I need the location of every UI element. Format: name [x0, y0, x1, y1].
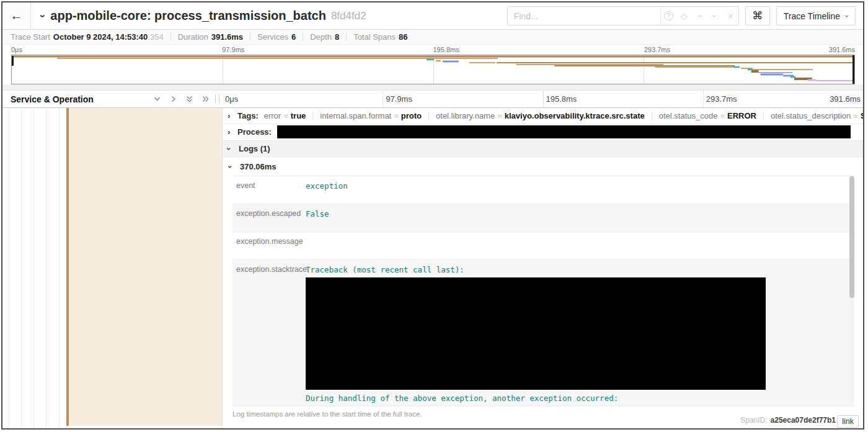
- summary-divider: [303, 33, 303, 41]
- log-field-key: event: [232, 179, 306, 201]
- log-field-key: exception.message: [232, 235, 306, 257]
- minimap-tick-labels: 0μs 97.9ms 195.8ms 293.7ms 391.6ms: [11, 45, 855, 55]
- ruler-cell: 293.7ms391.6ms: [703, 91, 863, 107]
- title-bar: ← › app-mobile-core: process_transmissio…: [2, 2, 863, 30]
- service-operation-label: Service & Operation: [11, 94, 94, 104]
- span-tag: otel.status_code=ERROR: [659, 111, 756, 120]
- log-field-key: exception.stacktrace: [232, 263, 306, 403]
- fields-scrollbar-thumb[interactable]: [849, 176, 854, 298]
- ruler-cell: 195.8ms: [543, 91, 703, 107]
- tag-equals: =: [394, 111, 399, 120]
- prev-match-icon[interactable]: ›: [692, 12, 707, 20]
- tag-equals: =: [283, 111, 288, 120]
- log-field-row: exception.escapedFalse: [232, 204, 854, 232]
- span-tag: error=true: [264, 111, 306, 120]
- minimap-tick: 293.7ms: [644, 46, 670, 53]
- next-match-icon[interactable]: ›: [707, 12, 723, 20]
- keyboard-shortcuts-button[interactable]: ⌘: [745, 6, 770, 25]
- tree-indent-guide: [9, 108, 9, 428]
- chevron-down-icon[interactable]: ›: [229, 162, 237, 171]
- chevron-right-icon[interactable]: [169, 95, 177, 103]
- redacted-process-content: [277, 125, 851, 138]
- summary-item-value: 86: [399, 32, 407, 42]
- find-box: ? ◇ › › ×: [507, 6, 739, 25]
- double-chevron-down-icon[interactable]: [185, 95, 193, 103]
- tree-indent-guide: [59, 108, 60, 428]
- log-field-value: [306, 235, 854, 257]
- tag-divider: [652, 112, 652, 120]
- find-controls: ? ◇ › › ×: [660, 7, 738, 25]
- tree-indent-guide: [33, 108, 34, 428]
- timeline-grid-header: Service & Operation 0μs97.9ms195.8ms293.…: [2, 91, 863, 108]
- span-name-column: [2, 108, 223, 428]
- summary-divider: [170, 33, 171, 41]
- chevron-right-icon[interactable]: ›: [228, 111, 235, 120]
- log-field-row: exception.stacktraceTraceback (most rece…: [232, 260, 854, 407]
- trace-summary-item: Depth8: [310, 32, 339, 42]
- summary-item-label: Total Spans: [353, 32, 396, 42]
- stacktrace-intro-line: Traceback (most recent call last):: [306, 265, 848, 275]
- timeline-ruler: 0μs97.9ms195.8ms293.7ms391.6ms: [223, 91, 863, 107]
- tag-equals: =: [720, 111, 725, 120]
- trace-summary-item: Duration391.6ms: [178, 32, 243, 42]
- span-link-button[interactable]: link: [837, 415, 859, 428]
- span-tags-row: › Tags: error=trueinternal.span.format=p…: [223, 108, 863, 124]
- minimap-canvas[interactable]: [11, 55, 855, 84]
- page-title: app-mobile-core: process_transmission_ba…: [50, 9, 326, 23]
- minimap-span-waterfall: [12, 55, 854, 84]
- ruler-cell: 97.9ms: [383, 91, 542, 107]
- column-resize-grip[interactable]: [215, 95, 219, 103]
- minimap-tick: 391.6ms: [829, 46, 855, 53]
- log-entry-timestamp: 370.06ms: [240, 162, 277, 171]
- ruler-tick-label: 97.9ms: [386, 94, 412, 104]
- help-icon[interactable]: ?: [661, 11, 676, 20]
- summary-item-value: 6: [291, 32, 296, 42]
- minimap-right-drag-handle[interactable]: [852, 55, 854, 84]
- collapse-trace-chevron-down-icon[interactable]: ›: [37, 14, 48, 17]
- log-entry-header[interactable]: › 370.06ms: [223, 157, 863, 176]
- clear-find-icon[interactable]: ×: [723, 12, 738, 20]
- tag-divider: [428, 112, 429, 120]
- tag-value: true: [291, 111, 306, 120]
- log-field-row: exception.message: [232, 232, 854, 260]
- view-selector-dropdown[interactable]: Trace Timeline ›: [776, 6, 856, 25]
- span-tag: otel.library.name=klaviyo.observability.…: [436, 111, 645, 120]
- span-process-row: › Process:: [223, 124, 863, 139]
- chevron-right-icon[interactable]: ›: [228, 127, 235, 137]
- minimap-left-drag-handle[interactable]: [12, 56, 14, 66]
- tree-indent-guide: [21, 108, 22, 428]
- tag-equals: =: [853, 111, 858, 120]
- stacktrace-outro-line: During handling of the above exception, …: [306, 394, 848, 403]
- summary-item-label: Depth: [310, 32, 332, 42]
- fields-scrollbar-track[interactable]: [849, 176, 854, 407]
- find-input[interactable]: [508, 7, 660, 25]
- ruler-tick-label: 0μs: [225, 94, 238, 104]
- span-id-label: SpanID:: [740, 416, 767, 425]
- tag-value: ERROR: [727, 111, 756, 120]
- back-button[interactable]: ←: [2, 2, 31, 29]
- tag-equals: =: [497, 111, 502, 120]
- logs-section-label: Logs (1): [239, 144, 270, 153]
- summary-divider: [250, 33, 250, 41]
- tag-value: SMSConsentDoesNotExistExcep...: [861, 111, 863, 120]
- span-detail-panel: › Tags: error=trueinternal.span.format=p…: [223, 108, 863, 428]
- logs-section-header[interactable]: › Logs (1): [223, 140, 863, 157]
- span-id-value: a25eca07de2f77b1: [771, 416, 836, 425]
- summary-item-label: Services: [257, 32, 288, 42]
- summary-item-value: 8: [335, 32, 339, 42]
- summary-item-label: Trace Start: [11, 32, 50, 42]
- tag-key: otel.status_code: [659, 111, 718, 120]
- diamond-icon[interactable]: ◇: [676, 12, 692, 20]
- tag-divider: [312, 112, 313, 120]
- selected-span-row[interactable]: [66, 108, 222, 426]
- tag-key: error: [264, 111, 281, 120]
- chevron-down-icon[interactable]: [153, 95, 161, 103]
- summary-divider: [346, 33, 347, 41]
- log-field-value: exception: [306, 179, 854, 201]
- double-chevron-right-icon[interactable]: [202, 95, 210, 103]
- back-arrow-icon: ←: [11, 9, 23, 23]
- timeline-minimap: 0μs 97.9ms 195.8ms 293.7ms 391.6ms: [2, 45, 863, 84]
- chevron-down-icon[interactable]: ›: [228, 144, 236, 153]
- divider-strip: [2, 84, 863, 91]
- minimap-tick: 97.9ms: [222, 46, 244, 53]
